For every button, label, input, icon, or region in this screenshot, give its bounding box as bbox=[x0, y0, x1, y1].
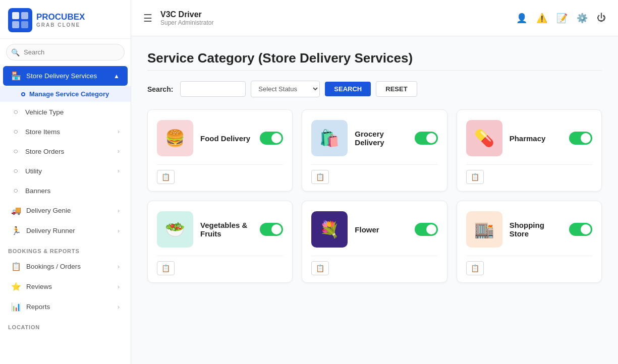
utility-icon: ○ bbox=[11, 166, 20, 175]
store-items-icon: ○ bbox=[11, 127, 20, 136]
vegetables-fruits-icon-box: 🥗 bbox=[157, 211, 193, 248]
sidebar-item-label: Bookings / Orders bbox=[26, 263, 113, 270]
sidebar-item-label: Delivery Genie bbox=[26, 207, 113, 214]
food-delivery-edit-button[interactable]: 📋 bbox=[157, 170, 175, 184]
notes-icon[interactable]: 📝 bbox=[556, 13, 568, 24]
card-name: Food Delivery bbox=[200, 134, 253, 143]
reset-button[interactable]: RESET bbox=[376, 81, 417, 97]
sidebar-item-banners[interactable]: ○ Banners bbox=[3, 181, 128, 200]
alert-icon[interactable]: ⚠️ bbox=[536, 13, 547, 24]
sidebar-item-label: Delivery Runner bbox=[26, 227, 113, 234]
grocery-delivery-toggle[interactable] bbox=[415, 132, 438, 145]
sidebar-item-utility[interactable]: ○ Utility › bbox=[3, 161, 128, 180]
sidebar-item-reports[interactable]: 📊 Reports › bbox=[3, 297, 128, 317]
sidebar-item-delivery-runner[interactable]: 🏃 Delivery Runner › bbox=[3, 221, 128, 240]
sidebar-item-label: Banners bbox=[25, 187, 120, 195]
cards-grid: 🍔 Food Delivery 📋 🛍️ Grocery Delivery bbox=[147, 109, 602, 283]
chevron-right-icon: › bbox=[118, 128, 120, 135]
flower-toggle[interactable] bbox=[415, 223, 438, 236]
chevron-right-icon: › bbox=[118, 207, 120, 214]
sidebar-item-delivery-genie[interactable]: 🚚 Delivery Genie › bbox=[3, 201, 128, 220]
sidebar-item-label: Reports bbox=[26, 303, 113, 311]
reports-icon: 📊 bbox=[11, 302, 21, 312]
svg-rect-3 bbox=[21, 21, 28, 28]
sidebar-item-label: Store Delivery Services bbox=[26, 72, 108, 80]
food-delivery-icon-box: 🍔 bbox=[157, 120, 193, 156]
shopping-store-edit-button[interactable]: 📋 bbox=[466, 261, 484, 275]
vegetables-fruits-toggle[interactable] bbox=[260, 223, 283, 236]
logo: PROCUBEX GRAB CLONE bbox=[0, 0, 131, 39]
sidebar-item-store-delivery[interactable]: 🏪 Store Delivery Services ▲ bbox=[3, 66, 128, 86]
card-shopping-store: 🏬 Shopping Store 📋 bbox=[457, 201, 602, 283]
sidebar-item-store-orders[interactable]: ○ Store Orders › bbox=[3, 142, 128, 161]
sidebar-subitem-manage-service-category[interactable]: Manage Service Category bbox=[0, 86, 131, 102]
chevron-up-icon: ▲ bbox=[114, 73, 120, 80]
food-delivery-toggle[interactable] bbox=[260, 132, 283, 145]
sidebar-item-label: Vehicle Type bbox=[25, 108, 120, 116]
sidebar-item-vehicle-type[interactable]: ○ Vehicle Type bbox=[3, 102, 128, 122]
logo-icon bbox=[8, 8, 32, 32]
store-orders-icon: ○ bbox=[11, 147, 20, 156]
svg-rect-1 bbox=[21, 12, 28, 19]
menu-icon[interactable]: ☰ bbox=[143, 12, 152, 24]
pharmacy-toggle[interactable] bbox=[569, 132, 592, 145]
search-box: 🔍 bbox=[6, 44, 125, 60]
grocery-delivery-icon-box: 🛍️ bbox=[311, 120, 348, 156]
chevron-right-icon: › bbox=[118, 167, 120, 174]
logo-text: PROCUBEX bbox=[36, 13, 85, 22]
chevron-right-icon: › bbox=[118, 263, 120, 270]
card-name: Shopping Store bbox=[510, 221, 562, 238]
power-icon[interactable]: ⏻ bbox=[597, 13, 606, 23]
status-select[interactable]: Select Status Active Inactive bbox=[251, 81, 320, 97]
reviews-icon: ⭐ bbox=[11, 282, 21, 291]
svg-rect-2 bbox=[12, 21, 19, 28]
sidebar: PROCUBEX GRAB CLONE 🔍 🏪 Store Delivery S… bbox=[0, 0, 131, 364]
page-divider bbox=[147, 70, 602, 71]
page-title: Service Category (Store Delivery Service… bbox=[147, 50, 602, 66]
delivery-runner-icon: 🏃 bbox=[11, 226, 21, 235]
sidebar-item-bookings-orders[interactable]: 📋 Bookings / Orders › bbox=[3, 257, 128, 276]
card-flower: 💐 Flower 📋 bbox=[302, 201, 447, 283]
logo-sub: GRAB CLONE bbox=[36, 22, 85, 28]
sidebar-item-label: Reviews bbox=[26, 283, 113, 290]
search-button[interactable]: SEARCH bbox=[325, 82, 371, 96]
card-name: Grocery Delivery bbox=[355, 130, 407, 147]
pharmacy-edit-button[interactable]: 📋 bbox=[466, 170, 484, 184]
banners-icon: ○ bbox=[11, 186, 20, 195]
filter-search-input[interactable] bbox=[180, 81, 246, 97]
grocery-delivery-edit-button[interactable]: 📋 bbox=[311, 170, 329, 184]
filter-bar: Search: Select Status Active Inactive SE… bbox=[147, 81, 602, 97]
bookings-icon: 📋 bbox=[11, 262, 21, 271]
section-location: LOCATION bbox=[0, 317, 131, 332]
chevron-right-icon: › bbox=[118, 304, 120, 311]
chevron-right-icon: › bbox=[118, 227, 120, 234]
settings-icon[interactable]: ⚙️ bbox=[577, 13, 588, 24]
sidebar-item-store-items[interactable]: ○ Store Items › bbox=[3, 122, 128, 141]
shopping-store-toggle[interactable] bbox=[569, 223, 592, 236]
sidebar-item-label: Store Orders bbox=[25, 148, 113, 155]
search-input[interactable] bbox=[6, 44, 125, 60]
dot-icon bbox=[21, 92, 25, 96]
sidebar-subitem-label: Manage Service Category bbox=[29, 90, 109, 98]
search-label: Search: bbox=[147, 85, 173, 93]
topbar-title: V3C Driver bbox=[160, 10, 213, 19]
card-name: Flower bbox=[355, 225, 407, 234]
vehicle-type-icon: ○ bbox=[11, 107, 20, 116]
content-area: Service Category (Store Delivery Service… bbox=[131, 36, 618, 364]
card-vegetables-fruits: 🥗 Vegetables & Fruits 📋 bbox=[147, 201, 293, 283]
search-icon: 🔍 bbox=[11, 48, 20, 56]
sidebar-item-reviews[interactable]: ⭐ Reviews › bbox=[3, 277, 128, 296]
user-icon[interactable]: 👤 bbox=[516, 13, 527, 24]
card-grocery-delivery: 🛍️ Grocery Delivery 📋 bbox=[302, 109, 447, 192]
card-name: Vegetables & Fruits bbox=[200, 221, 253, 238]
main-area: ☰ V3C Driver Super Administrator 👤 ⚠️ 📝 … bbox=[131, 0, 618, 364]
shopping-store-icon-box: 🏬 bbox=[466, 211, 502, 248]
card-food-delivery: 🍔 Food Delivery 📋 bbox=[147, 109, 293, 192]
store-delivery-icon: 🏪 bbox=[11, 71, 21, 81]
flower-edit-button[interactable]: 📋 bbox=[311, 261, 329, 275]
section-bookings-reports: BOOKINGS & REPORTS bbox=[0, 241, 131, 256]
topbar-subtitle: Super Administrator bbox=[160, 19, 213, 26]
sidebar-nav: 🏪 Store Delivery Services ▲ Manage Servi… bbox=[0, 66, 131, 364]
vegetables-fruits-edit-button[interactable]: 📋 bbox=[157, 261, 175, 275]
card-name: Pharmacy bbox=[510, 134, 562, 143]
